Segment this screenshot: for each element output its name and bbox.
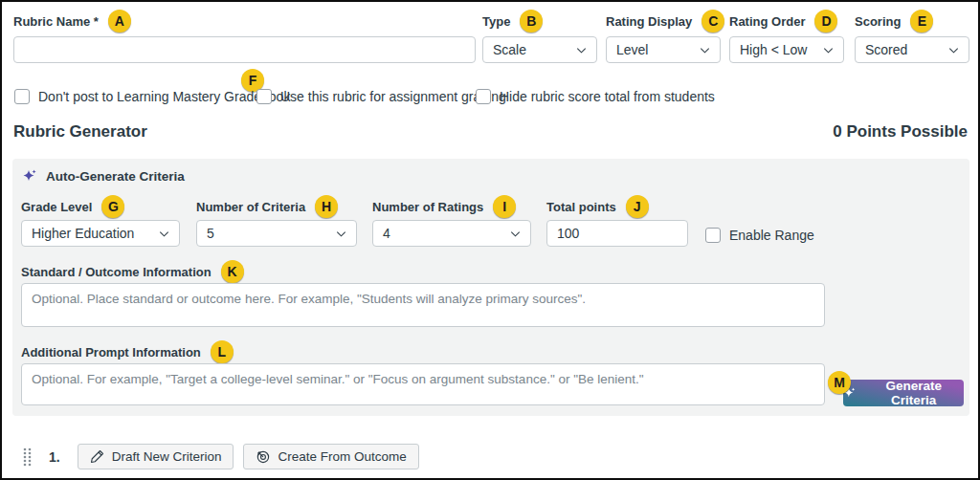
page-title: Rubric Generator — [13, 122, 147, 142]
sparkle-icon — [22, 168, 37, 184]
type-field: Type B Scale — [482, 10, 597, 63]
scoring-select[interactable]: Scored — [855, 36, 969, 63]
chevron-down-icon — [334, 227, 348, 241]
scoring-label: Scoring — [855, 14, 901, 29]
rubric-generator-panel: Auto-Generate Criteria Grade Level G Hig… — [12, 159, 969, 416]
scoring-field: Scoring E Scored — [855, 10, 969, 63]
rating-order-select-value: High < Low — [740, 42, 807, 57]
rating-display-select-value: Level — [616, 42, 648, 57]
rubric-name-input[interactable] — [13, 36, 476, 63]
annotation-badge-e: E — [910, 10, 933, 33]
annotation-badge-d: D — [814, 10, 837, 33]
pencil-icon — [90, 449, 104, 464]
generate-criteria-button[interactable]: Generate Criteria — [843, 380, 964, 406]
auto-generate-header: Auto-Generate Criteria — [22, 168, 185, 184]
number-of-criteria-label: Number of Criteria — [196, 200, 305, 214]
criterion-row: 1. Draft New Criterion Create From Outco… — [22, 444, 419, 469]
rating-display-select[interactable]: Level — [606, 36, 721, 63]
total-points-field: Total points J — [546, 195, 688, 247]
draft-new-criterion-label: Draft New Criterion — [112, 449, 222, 464]
annotation-badge-i: I — [493, 195, 516, 218]
total-points-input[interactable] — [546, 220, 688, 247]
rating-order-field: Rating Order D High < Low — [729, 10, 844, 63]
dont-post-label: Don't post to Learning Mastery Gradebook — [38, 89, 290, 104]
chevron-down-icon — [508, 227, 523, 241]
rating-order-label: Rating Order — [729, 14, 805, 29]
rating-order-select[interactable]: High < Low — [729, 36, 844, 63]
annotation-badge-g: G — [101, 195, 124, 218]
number-of-ratings-field: Number of Ratings I 4 — [372, 195, 531, 247]
number-of-ratings-select[interactable]: 4 — [372, 220, 531, 247]
type-select-value: Scale — [493, 42, 526, 57]
section-header: Rubric Generator 0 Points Possible — [13, 122, 968, 142]
hide-score-checkbox-group[interactable]: Hide rubric score total from students — [476, 87, 715, 106]
enable-range-checkbox-group[interactable]: Enable Range — [705, 226, 814, 245]
annotation-badge-m: M — [828, 371, 851, 394]
generate-criteria-label: Generate Criteria — [863, 379, 964, 407]
create-from-outcome-button[interactable]: Create From Outcome — [243, 444, 418, 469]
annotation-badge-h: H — [315, 195, 338, 218]
scoring-select-value: Scored — [865, 42, 907, 57]
grade-level-select[interactable]: Higher Education — [21, 220, 180, 247]
number-of-criteria-field: Number of Criteria H 5 — [196, 195, 357, 247]
additional-prompt-label: Additional Prompt Information — [21, 345, 201, 360]
rubric-name-label: Rubric Name * — [13, 14, 99, 29]
type-select[interactable]: Scale — [482, 36, 597, 63]
type-label: Type — [482, 14, 510, 29]
rating-display-label: Rating Display — [606, 14, 692, 29]
number-of-criteria-select-value: 5 — [207, 226, 214, 241]
assignment-grading-checkbox[interactable] — [256, 89, 272, 104]
criterion-number: 1. — [49, 449, 60, 465]
annotation-badge-l: L — [211, 340, 234, 363]
dont-post-checkbox-group[interactable]: Don't post to Learning Mastery Gradebook — [14, 87, 290, 106]
total-points-label: Total points — [546, 200, 616, 214]
drag-handle-icon[interactable] — [22, 447, 32, 468]
chevron-down-icon — [157, 227, 171, 241]
annotation-badge-a: A — [108, 10, 131, 33]
enable-range-checkbox[interactable] — [705, 228, 721, 243]
grade-level-label: Grade Level — [21, 200, 92, 214]
annotation-badge-k: K — [221, 260, 244, 283]
rating-display-field: Rating Display C Level — [606, 10, 721, 63]
auto-generate-title: Auto-Generate Criteria — [46, 169, 185, 184]
chevron-down-icon — [947, 43, 961, 57]
additional-prompt-label-row: Additional Prompt Information L — [21, 340, 234, 363]
assignment-grading-label: Use this rubric for assignment grading — [280, 89, 506, 104]
number-of-ratings-select-value: 4 — [383, 226, 390, 241]
points-possible: 0 Points Possible — [833, 122, 968, 142]
hide-score-checkbox[interactable] — [476, 89, 491, 104]
annotation-badge-j: J — [626, 195, 649, 218]
grade-level-field: Grade Level G Higher Education — [21, 195, 180, 247]
number-of-ratings-label: Number of Ratings — [372, 200, 483, 214]
additional-prompt-textarea[interactable] — [21, 363, 825, 405]
annotation-badge-b: B — [520, 10, 543, 33]
standard-outcome-label-row: Standard / Outcome Information K — [21, 260, 244, 283]
standard-outcome-textarea[interactable] — [21, 283, 825, 327]
dont-post-checkbox[interactable] — [14, 89, 30, 104]
create-from-outcome-label: Create From Outcome — [278, 449, 406, 464]
hide-score-label: Hide rubric score total from students — [500, 89, 715, 104]
chevron-down-icon — [821, 43, 835, 57]
standard-outcome-label: Standard / Outcome Information — [21, 265, 212, 279]
annotation-badge-c: C — [702, 10, 724, 33]
target-icon — [256, 449, 270, 464]
number-of-criteria-select[interactable]: 5 — [196, 220, 357, 247]
rubric-name-field: Rubric Name * A — [13, 10, 476, 63]
assignment-grading-checkbox-group[interactable]: Use this rubric for assignment grading — [256, 87, 506, 106]
chevron-down-icon — [574, 43, 589, 57]
rubric-editor-window: Rubric Name * A Type B Scale Rating Disp… — [0, 0, 980, 480]
draft-new-criterion-button[interactable]: Draft New Criterion — [78, 444, 234, 469]
enable-range-label: Enable Range — [729, 228, 814, 243]
grade-level-select-value: Higher Education — [32, 226, 134, 241]
chevron-down-icon — [698, 43, 712, 57]
